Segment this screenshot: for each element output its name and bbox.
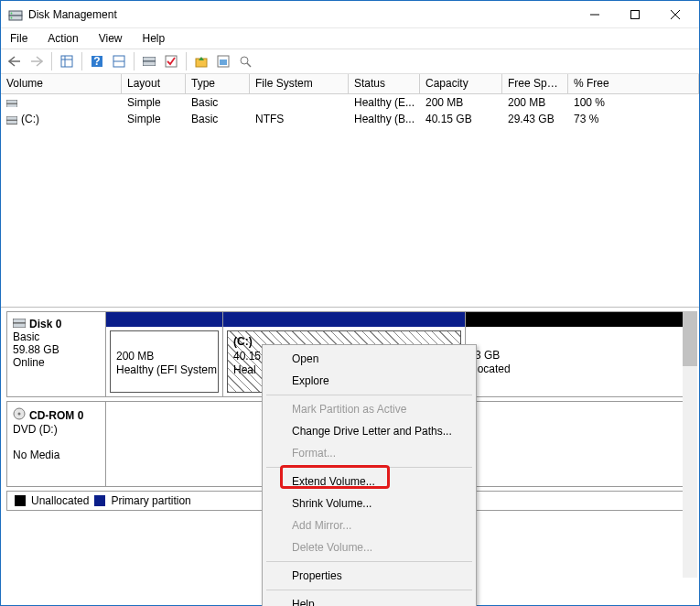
partition-header [106, 312, 222, 327]
ctx-add-mirror: Add Mirror... [264, 514, 474, 536]
volume-icon [6, 98, 17, 107]
svg-rect-17 [143, 57, 156, 61]
disk-info[interactable]: CD-ROM 0 DVD (D:) No Media [7, 402, 106, 486]
ctx-open[interactable]: Open [264, 348, 474, 370]
svg-rect-28 [6, 121, 17, 124]
svg-rect-26 [6, 104, 17, 107]
titlebar: Disk Management [1, 1, 699, 28]
svg-rect-30 [13, 323, 26, 328]
forward-button[interactable] [27, 51, 47, 71]
disk-info[interactable]: Disk 0 Basic 59.88 GB Online [7, 312, 106, 396]
disk-icon [13, 318, 26, 330]
legend-swatch-primary [94, 495, 105, 506]
toolbar-layout-icon[interactable] [109, 51, 129, 71]
folder-up-icon[interactable] [191, 51, 211, 71]
volume-name: (C:) [21, 113, 39, 125]
legend-swatch-unallocated [15, 495, 26, 506]
check-icon[interactable] [161, 51, 181, 71]
col-volume[interactable]: Volume [1, 74, 122, 93]
ctx-delete-volume: Delete Volume... [264, 536, 474, 558]
context-menu: Open Explore Mark Partition as Active Ch… [262, 344, 477, 606]
menu-action[interactable]: Action [44, 30, 81, 47]
scrollbar-thumb[interactable] [683, 311, 697, 366]
volume-icon [6, 114, 17, 124]
ctx-change-letter[interactable]: Change Drive Letter and Paths... [264, 420, 474, 442]
partition-header [466, 312, 691, 327]
volume-list: Volume Layout Type File System Status Ca… [1, 74, 699, 308]
ctx-format: Format... [264, 442, 474, 464]
svg-point-3 [11, 16, 13, 18]
svg-text:?: ? [93, 55, 100, 68]
menu-file[interactable]: File [6, 30, 31, 47]
svg-point-2 [11, 12, 13, 14]
vertical-scrollbar[interactable] [683, 311, 697, 578]
svg-rect-18 [143, 61, 156, 66]
back-button[interactable] [5, 51, 25, 71]
partition-efi[interactable]: 200 MB Healthy (EFI System P [106, 312, 223, 396]
svg-rect-27 [6, 116, 17, 120]
col-layout[interactable]: Layout [122, 74, 186, 93]
ctx-help[interactable]: Help [264, 593, 474, 606]
svg-rect-5 [631, 10, 640, 18]
toolbar-view-icon[interactable] [57, 51, 77, 71]
search-icon[interactable] [235, 51, 255, 71]
toolbar: ? [1, 49, 699, 74]
col-free[interactable]: Free Spa... [502, 74, 568, 93]
maximize-button[interactable] [615, 2, 655, 27]
cdrom-icon [13, 407, 26, 423]
svg-point-23 [241, 57, 248, 64]
help-icon[interactable]: ? [87, 51, 107, 71]
svg-rect-22 [220, 60, 227, 65]
settings-icon[interactable] [213, 51, 233, 71]
svg-rect-10 [61, 56, 72, 67]
ctx-shrink-volume[interactable]: Shrink Volume... [264, 492, 474, 514]
col-fs[interactable]: File System [250, 74, 349, 93]
ctx-explore[interactable]: Explore [264, 370, 474, 392]
svg-point-32 [18, 413, 21, 416]
minimize-button[interactable] [575, 2, 615, 27]
svg-rect-25 [6, 100, 17, 103]
window-title: Disk Management [28, 8, 575, 21]
app-icon [8, 7, 23, 22]
partition-header [223, 312, 465, 327]
col-capacity[interactable]: Capacity [420, 74, 502, 93]
volume-row[interactable]: (C:) Simple Basic NTFS Healthy (B... 40.… [1, 111, 699, 127]
col-type[interactable]: Type [186, 74, 250, 93]
disk-icon[interactable] [139, 51, 159, 71]
col-pct[interactable]: % Free [568, 74, 699, 93]
svg-line-24 [247, 63, 251, 67]
column-headers: Volume Layout Type File System Status Ca… [1, 74, 699, 94]
ctx-mark-active: Mark Partition as Active [264, 398, 474, 420]
svg-rect-29 [13, 319, 26, 323]
close-button[interactable] [655, 2, 695, 27]
menu-view[interactable]: View [95, 30, 126, 47]
ctx-properties[interactable]: Properties [264, 565, 474, 587]
partition-unallocated[interactable]: 3 GB located [466, 312, 691, 396]
ctx-extend-volume[interactable]: Extend Volume... [264, 471, 474, 492]
col-status[interactable]: Status [349, 74, 420, 93]
menubar: File Action View Help [1, 28, 699, 49]
menu-help[interactable]: Help [139, 30, 169, 47]
svg-rect-19 [166, 56, 177, 67]
volume-row[interactable]: Simple Basic Healthy (E... 200 MB 200 MB… [1, 94, 699, 111]
